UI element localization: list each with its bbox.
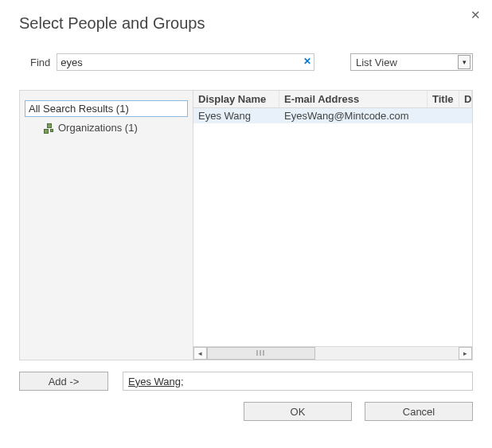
view-select[interactable]: List View ▾ xyxy=(350,53,473,71)
grid-header: Display Name E-mail Address Title D xyxy=(193,91,472,108)
cell-title xyxy=(428,108,459,123)
close-icon[interactable]: ✕ xyxy=(471,8,481,22)
find-row: Find ✕ List View ▾ xyxy=(19,53,473,71)
horizontal-scrollbar[interactable]: ◂ lll ▸ xyxy=(193,346,472,360)
col-title[interactable]: Title xyxy=(428,91,459,107)
clear-icon[interactable]: ✕ xyxy=(303,56,311,67)
selected-people-input[interactable] xyxy=(123,372,473,391)
dialog-buttons: OK Cancel xyxy=(19,402,473,421)
add-row: Add -> xyxy=(19,372,473,391)
view-select-value: List View xyxy=(356,56,397,68)
find-input[interactable] xyxy=(57,53,314,71)
find-input-wrap: ✕ xyxy=(57,53,314,71)
scroll-thumb[interactable]: lll xyxy=(207,347,315,360)
find-label: Find xyxy=(30,56,50,68)
cell-display-name: Eyes Wang xyxy=(193,108,279,123)
col-display-name[interactable]: Display Name xyxy=(193,91,279,107)
ok-button[interactable]: OK xyxy=(244,402,352,421)
cell-email: EyesWang@Mintcode.com xyxy=(279,108,428,123)
tree-pane: All Search Results (1) Organizations (1) xyxy=(20,91,193,360)
content-panes: All Search Results (1) Organizations (1)… xyxy=(19,90,473,360)
tree-child-label: Organizations (1) xyxy=(58,122,138,134)
tree-child-organizations[interactable]: Organizations (1) xyxy=(44,122,188,134)
results-pane: Display Name E-mail Address Title D Eyes… xyxy=(193,91,472,360)
cancel-button[interactable]: Cancel xyxy=(365,402,473,421)
tree-root-all-results[interactable]: All Search Results (1) xyxy=(25,100,188,117)
table-row[interactable]: Eyes Wang EyesWang@Mintcode.com xyxy=(193,108,472,123)
col-email-address[interactable]: E-mail Address xyxy=(279,91,428,107)
scroll-right-icon[interactable]: ▸ xyxy=(459,347,472,360)
col-extra[interactable]: D xyxy=(459,91,472,107)
scroll-track[interactable] xyxy=(315,347,459,360)
dialog-title: Select People and Groups xyxy=(19,14,473,33)
scroll-left-icon[interactable]: ◂ xyxy=(193,347,207,360)
chevron-down-icon: ▾ xyxy=(458,55,471,69)
cell-extra xyxy=(459,108,472,123)
grid-body: Eyes Wang EyesWang@Mintcode.com xyxy=(193,108,472,346)
organization-icon xyxy=(44,123,55,133)
add-button[interactable]: Add -> xyxy=(19,372,108,391)
